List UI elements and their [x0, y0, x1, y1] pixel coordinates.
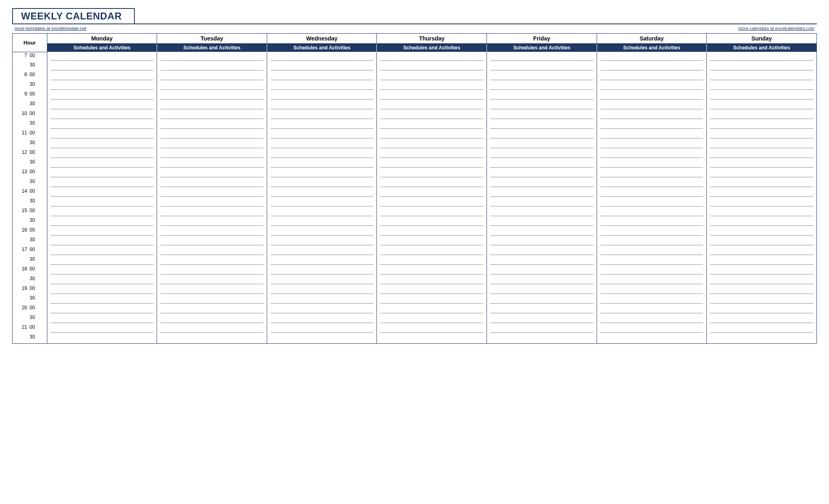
- schedule-cell[interactable]: [377, 52, 487, 62]
- schedule-cell[interactable]: [487, 139, 597, 149]
- schedule-cell[interactable]: [267, 188, 377, 198]
- schedule-cell[interactable]: [487, 91, 597, 100]
- schedule-cell[interactable]: [487, 207, 597, 217]
- schedule-cell[interactable]: [487, 314, 597, 324]
- calendars-link[interactable]: more calendars at excelcalendars.com: [738, 26, 814, 31]
- schedule-cell[interactable]: [707, 285, 817, 295]
- schedule-cell[interactable]: [487, 100, 597, 110]
- schedule-cell[interactable]: [707, 120, 817, 130]
- schedule-cell[interactable]: [707, 100, 817, 110]
- schedule-cell[interactable]: [377, 71, 487, 81]
- schedule-cell[interactable]: [597, 130, 707, 139]
- schedule-cell[interactable]: [377, 188, 487, 198]
- schedule-cell[interactable]: [377, 246, 487, 256]
- schedule-cell[interactable]: [597, 71, 707, 81]
- schedule-cell[interactable]: [707, 304, 817, 314]
- schedule-cell[interactable]: [597, 91, 707, 100]
- schedule-cell[interactable]: [597, 139, 707, 149]
- schedule-cell[interactable]: [597, 159, 707, 168]
- schedule-cell[interactable]: [377, 285, 487, 295]
- schedule-cell[interactable]: [707, 139, 817, 149]
- schedule-cell[interactable]: [47, 256, 157, 266]
- schedule-cell[interactable]: [597, 304, 707, 314]
- schedule-cell[interactable]: [157, 266, 267, 275]
- schedule-cell[interactable]: [157, 91, 267, 100]
- schedule-cell[interactable]: [597, 188, 707, 198]
- schedule-cell[interactable]: [157, 246, 267, 256]
- schedule-cell[interactable]: [377, 159, 487, 168]
- schedule-cell[interactable]: [267, 227, 377, 236]
- schedule-cell[interactable]: [267, 52, 377, 62]
- schedule-cell[interactable]: [157, 62, 267, 71]
- schedule-cell[interactable]: [267, 295, 377, 304]
- schedule-cell[interactable]: [157, 198, 267, 207]
- schedule-cell[interactable]: [47, 139, 157, 149]
- schedule-cell[interactable]: [377, 130, 487, 139]
- schedule-cell[interactable]: [47, 62, 157, 71]
- schedule-cell[interactable]: [597, 168, 707, 178]
- schedule-cell[interactable]: [377, 178, 487, 188]
- schedule-cell[interactable]: [487, 149, 597, 159]
- schedule-cell[interactable]: [597, 227, 707, 236]
- schedule-cell[interactable]: [157, 110, 267, 120]
- schedule-cell[interactable]: [157, 275, 267, 285]
- schedule-cell[interactable]: [267, 91, 377, 100]
- schedule-cell[interactable]: [597, 324, 707, 334]
- schedule-cell[interactable]: [157, 178, 267, 188]
- schedule-cell[interactable]: [707, 217, 817, 227]
- schedule-cell[interactable]: [47, 120, 157, 130]
- schedule-cell[interactable]: [47, 168, 157, 178]
- schedule-cell[interactable]: [487, 285, 597, 295]
- schedule-cell[interactable]: [487, 227, 597, 236]
- schedule-cell[interactable]: [597, 81, 707, 91]
- schedule-cell[interactable]: [377, 110, 487, 120]
- schedule-cell[interactable]: [267, 100, 377, 110]
- schedule-cell[interactable]: [267, 285, 377, 295]
- schedule-cell[interactable]: [267, 130, 377, 139]
- schedule-cell[interactable]: [487, 246, 597, 256]
- schedule-cell[interactable]: [707, 159, 817, 168]
- schedule-cell[interactable]: [47, 149, 157, 159]
- schedule-cell[interactable]: [157, 100, 267, 110]
- schedule-cell[interactable]: [157, 130, 267, 139]
- schedule-cell[interactable]: [377, 295, 487, 304]
- schedule-cell[interactable]: [707, 246, 817, 256]
- schedule-cell[interactable]: [707, 236, 817, 246]
- schedule-cell[interactable]: [157, 227, 267, 236]
- schedule-cell[interactable]: [707, 149, 817, 159]
- schedule-cell[interactable]: [707, 81, 817, 91]
- schedule-cell[interactable]: [377, 100, 487, 110]
- schedule-cell[interactable]: [597, 246, 707, 256]
- schedule-cell[interactable]: [487, 110, 597, 120]
- schedule-cell[interactable]: [377, 91, 487, 100]
- schedule-cell[interactable]: [707, 275, 817, 285]
- schedule-cell[interactable]: [157, 285, 267, 295]
- schedule-cell[interactable]: [377, 314, 487, 324]
- schedule-cell[interactable]: [487, 236, 597, 246]
- schedule-cell[interactable]: [47, 207, 157, 217]
- schedule-cell[interactable]: [47, 295, 157, 304]
- schedule-cell[interactable]: [157, 256, 267, 266]
- schedule-cell[interactable]: [267, 120, 377, 130]
- schedule-cell[interactable]: [47, 71, 157, 81]
- schedule-cell[interactable]: [707, 324, 817, 334]
- schedule-cell[interactable]: [707, 168, 817, 178]
- schedule-cell[interactable]: [377, 227, 487, 236]
- schedule-cell[interactable]: [707, 295, 817, 304]
- schedule-cell[interactable]: [707, 91, 817, 100]
- schedule-cell[interactable]: [597, 334, 707, 343]
- schedule-cell[interactable]: [267, 236, 377, 246]
- schedule-cell[interactable]: [377, 266, 487, 275]
- schedule-cell[interactable]: [157, 188, 267, 198]
- schedule-cell[interactable]: [377, 198, 487, 207]
- schedule-cell[interactable]: [487, 62, 597, 71]
- schedule-cell[interactable]: [377, 120, 487, 130]
- schedule-cell[interactable]: [267, 246, 377, 256]
- schedule-cell[interactable]: [157, 52, 267, 62]
- schedule-cell[interactable]: [47, 188, 157, 198]
- schedule-cell[interactable]: [487, 217, 597, 227]
- schedule-cell[interactable]: [47, 266, 157, 275]
- schedule-cell[interactable]: [707, 188, 817, 198]
- schedule-cell[interactable]: [267, 334, 377, 343]
- schedule-cell[interactable]: [487, 275, 597, 285]
